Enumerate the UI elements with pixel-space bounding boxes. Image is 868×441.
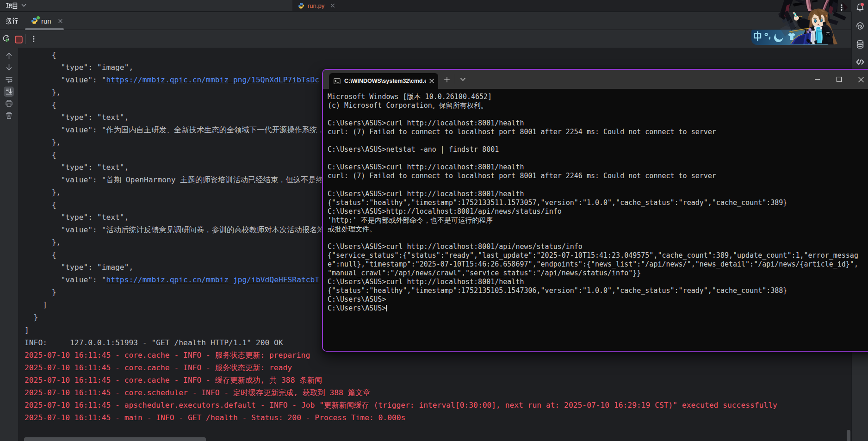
terminal-line: C:\Users\ASUS>curl http://localhost:8001…: [328, 278, 858, 286]
run-toolwindow-title: 运行: [6, 12, 18, 30]
editor-tab-close-icon[interactable]: [330, 3, 335, 8]
run-tab[interactable]: run: [25, 12, 64, 30]
python-file-icon: [298, 2, 304, 9]
console-stdout-text: },: [25, 88, 61, 97]
console-stdout-text: ]: [25, 300, 47, 309]
stop-button[interactable]: [15, 36, 23, 43]
ime-skin-overlay: [738, 0, 849, 45]
chevron-down-icon[interactable]: [21, 4, 26, 7]
console-stdout-text: },: [25, 188, 61, 197]
terminal-line: "manual_crawl":"/api/news/crawl","servic…: [328, 269, 858, 278]
run-tab-close-icon[interactable]: [58, 19, 63, 24]
clear-all-icon[interactable]: [5, 112, 13, 119]
run-toolwindow-header: [0, 12, 851, 30]
console-line: 2025-07-10 16:11:45 - apscheduler.execut…: [25, 399, 777, 411]
console-stdout-text: INFO: 127.0.0.1:51993 - "GET /health HTT…: [25, 338, 283, 347]
up-stacktrace-icon[interactable]: [5, 52, 13, 60]
console-stdout-text: {: [25, 150, 56, 159]
console-stdout-text: "value": ": [25, 275, 106, 284]
project-label: 项目: [6, 2, 18, 9]
terminal-body[interactable]: Microsoft Windows [版本 10.0.26100.4652](c…: [323, 89, 868, 352]
console-stdout-text: {: [25, 200, 56, 209]
soft-wrap-icon[interactable]: [5, 75, 13, 83]
running-status-dot: [37, 16, 40, 19]
terminal-line: [328, 180, 858, 189]
console-hyperlink[interactable]: https://mmbiz.qpic.cn/mmbiz_png/15QnXdLP…: [106, 75, 319, 84]
terminal-tab[interactable]: C:\WINDOWS\system32\cmd.e: [329, 73, 438, 89]
terminal-line: Microsoft Windows [版本 10.0.26100.4652]: [328, 93, 858, 101]
minimize-icon: [814, 76, 820, 82]
console-stderr-text: 2025-07-10 16:11:45 - core.cache - INFO …: [25, 376, 322, 385]
terminal-line: {"status":"healthy","timestamp":17521351…: [328, 286, 858, 295]
new-tab-icon[interactable]: [444, 76, 450, 83]
ai-assistant-icon[interactable]: [856, 21, 865, 31]
close-icon: [858, 76, 864, 83]
terminal-line: [328, 234, 858, 242]
editor-tab-filename: run.py: [308, 2, 324, 9]
terminal-line: C:\Users\ASUS>curl http://localhost:8001…: [328, 163, 858, 172]
console-line: 2025-07-10 16:11:45 - core.cache - INFO …: [25, 361, 777, 374]
console-stdout-text: "type": "image",: [25, 63, 133, 72]
console-stdout-text: "type": "image",: [25, 263, 133, 272]
console-stdout-text: }: [25, 313, 38, 322]
terminal-tab-title: C:\WINDOWS\system32\cmd.e: [344, 78, 426, 84]
toolbar-separator: [25, 34, 26, 44]
database-icon[interactable]: [856, 40, 865, 49]
console-stdout-text: },: [25, 138, 61, 147]
console-stdout-text: "type": "text",: [25, 213, 129, 222]
terminal-line: [328, 137, 858, 145]
rerun-button[interactable]: [2, 35, 10, 43]
console-line: 2025-07-10 16:11:45 - core.cache - INFO …: [25, 374, 777, 386]
terminal-line: C:\Users\ASUS>curl http://localhost:8001…: [328, 242, 858, 251]
editor-tab-run-py[interactable]: run.py: [296, 0, 337, 11]
minimize-button[interactable]: [806, 70, 828, 89]
terminal-line: (c) Microsoft Corporation。保留所有权利。: [328, 101, 858, 110]
terminal-titlebar[interactable]: C:\WINDOWS\system32\cmd.e: [323, 70, 868, 89]
spiral-icon: [856, 21, 865, 31]
console-stdout-text: "value": "首期 OpenHarmony 主题的师资培训活动已经结束，但…: [25, 175, 323, 184]
tabbar-separator: [455, 75, 455, 84]
terminal-line: curl: (7) Failed to connect to localhost…: [328, 128, 858, 137]
console-hyperlink[interactable]: https://mmbiz.qpic.cn/mmbiz_jpg/ibVdQeHF…: [106, 275, 319, 284]
terminal-line: e":null},"timestamp":"2025-07-10T15:46:2…: [328, 260, 858, 269]
run-toolbar: [0, 30, 851, 48]
close-button[interactable]: [850, 70, 868, 89]
code-brackets-icon: [856, 57, 865, 67]
console-stdout-text: {: [25, 100, 56, 109]
console-line: 2025-07-10 16:11:45 - main - INFO - GET …: [25, 411, 777, 424]
terminal-line: {"status":"healthy","timestamp":17521335…: [328, 199, 858, 207]
console-stdout-text: ]: [25, 326, 29, 335]
console-stdout-text: "value": "作为国内自主研发、全新技术生态的全领域下一代开源操作系统，: [25, 125, 325, 134]
console-stdout-text: "value": "活动后统计反馈意见调研问卷，参训的高校教师对本次活动报名筹: [25, 225, 325, 234]
tab-dropdown-icon[interactable]: [460, 77, 466, 81]
terminal-window[interactable]: C:\WINDOWS\system32\cmd.e: [322, 69, 868, 352]
console-line: 2025-07-10 16:11:45 - core.scheduler - I…: [25, 386, 777, 399]
terminal-line: [328, 110, 858, 119]
terminal-tab-close-icon[interactable]: [429, 78, 434, 84]
toolbar-kebab-icon[interactable]: [32, 36, 35, 43]
console-stdout-text: "type": "text",: [25, 163, 129, 172]
console-stdout-text: "type": "text",: [25, 113, 129, 122]
console-stderr-text: 2025-07-10 16:11:45 - core.scheduler - I…: [25, 388, 370, 397]
sleeve-patch: [825, 31, 831, 37]
scroll-to-end-icon[interactable]: [5, 87, 13, 95]
print-icon[interactable]: [5, 99, 13, 107]
run-tab-icon: [31, 17, 38, 25]
maximize-button[interactable]: [828, 70, 850, 89]
terminal-line: 'http:' 不是内部或外部命令，也不是可运行的程序: [328, 216, 858, 225]
terminal-output: Microsoft Windows [版本 10.0.26100.4652](c…: [328, 93, 858, 313]
code-with-me-icon[interactable]: [856, 57, 865, 67]
terminal-line: C:\Users\ASUS>curl http://localhost:8001…: [328, 190, 858, 199]
down-stacktrace-icon[interactable]: [5, 63, 13, 71]
console-line: {: [25, 49, 777, 61]
maximize-icon: [836, 76, 842, 82]
notifications-bell-icon[interactable]: [856, 3, 865, 12]
console-stderr-text: 2025-07-10 16:11:45 - core.cache - INFO …: [25, 351, 310, 360]
terminal-line: {"service_status":{"status":"ready","las…: [328, 251, 858, 260]
project-widget[interactable]: 项目: [6, 0, 26, 11]
terminal-line: 或批处理文件。: [328, 225, 858, 234]
console-vertical-scrollbar[interactable]: [847, 430, 850, 441]
console-stderr-text: 2025-07-10 16:11:45 - core.cache - INFO …: [25, 363, 292, 372]
console-horizontal-scrollbar[interactable]: [24, 437, 206, 441]
database-cylinder-icon: [856, 40, 865, 49]
